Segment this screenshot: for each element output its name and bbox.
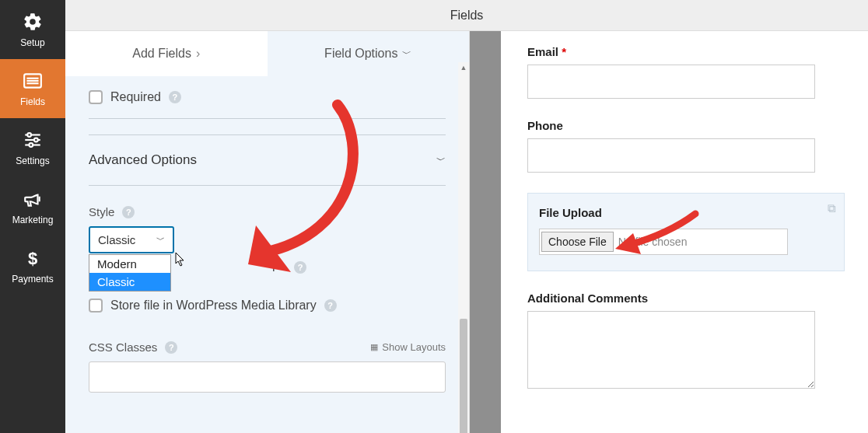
help-icon[interactable]: ? xyxy=(122,206,135,218)
additional-comments-label: Additional Comments xyxy=(527,292,845,305)
tab-label: Field Options xyxy=(324,47,397,61)
sidebar-item-settings[interactable]: Settings xyxy=(0,118,65,177)
chevron-down-icon: ﹀ xyxy=(436,154,446,167)
sidebar-item-marketing[interactable]: Marketing xyxy=(0,177,65,236)
gear-icon xyxy=(22,11,44,33)
tab-add-fields[interactable]: Add Fields › xyxy=(65,31,268,76)
show-layouts-label: Show Layouts xyxy=(382,341,446,353)
hidden-label-partial: l xyxy=(272,260,275,274)
dollar-icon: $ xyxy=(22,247,44,269)
duplicate-icon[interactable]: ⧉ xyxy=(828,201,836,215)
style-dropdown: Modern Classic xyxy=(89,254,171,292)
sidebar-item-label: Marketing xyxy=(12,215,54,225)
chevron-down-icon: ﹀ xyxy=(156,234,165,246)
sidebar-item-fields[interactable]: Fields xyxy=(0,59,65,118)
style-option-modern[interactable]: Modern xyxy=(89,255,170,273)
bullhorn-icon xyxy=(22,188,44,210)
help-icon[interactable]: ? xyxy=(324,299,337,312)
sidebar-item-label: Setup xyxy=(20,37,44,48)
page-title: Fields xyxy=(65,0,868,31)
style-option-classic[interactable]: Classic xyxy=(89,273,170,291)
email-label: Email * xyxy=(527,45,845,58)
form-preview: Email * Phone ⧉ File Upload Choose File … xyxy=(501,31,868,433)
store-file-checkbox[interactable] xyxy=(89,299,103,313)
style-label: Style xyxy=(89,205,114,218)
phone-label: Phone xyxy=(527,119,845,132)
chevron-right-icon: › xyxy=(196,47,200,61)
svg-text:$: $ xyxy=(28,249,37,268)
additional-comments-textarea[interactable] xyxy=(527,311,815,389)
required-asterisk: * xyxy=(558,45,566,58)
svg-point-7 xyxy=(34,138,38,142)
preview-divider xyxy=(470,31,501,433)
sidebar-item-label: Settings xyxy=(16,155,49,166)
svg-point-5 xyxy=(27,133,31,137)
tab-label: Add Fields xyxy=(132,47,191,61)
style-selected-value: Classic xyxy=(98,233,135,246)
sidebar-item-label: Payments xyxy=(12,274,53,285)
sidebar: Setup Fields Settings Marketing $ Paymen… xyxy=(0,0,65,433)
style-select[interactable]: Classic ﹀ xyxy=(89,226,174,253)
grid-icon: ▦ xyxy=(370,342,378,352)
required-row: Required ? xyxy=(89,76,446,119)
tab-field-options[interactable]: Field Options ﹀ xyxy=(268,31,470,76)
css-classes-input[interactable] xyxy=(89,361,446,393)
file-input[interactable]: Choose File No file chosen xyxy=(539,229,788,255)
chevron-down-icon: ﹀ xyxy=(402,47,411,61)
css-classes-label: CSS Classes xyxy=(89,340,157,354)
scroll-up-icon[interactable]: ▲ xyxy=(458,62,469,73)
file-upload-field[interactable]: ⧉ File Upload Choose File No file chosen xyxy=(527,193,845,271)
scrollbar[interactable]: ▲ xyxy=(458,62,469,433)
store-file-label: Store file in WordPress Media Library xyxy=(110,299,317,313)
help-icon[interactable]: ? xyxy=(294,261,306,274)
sliders-icon xyxy=(22,129,44,151)
show-layouts-button[interactable]: ▦ Show Layouts xyxy=(370,341,446,353)
svg-point-9 xyxy=(29,143,33,147)
required-label: Required xyxy=(110,90,161,104)
required-checkbox[interactable] xyxy=(89,90,103,104)
email-input[interactable] xyxy=(527,65,815,99)
scrollbar-thumb[interactable] xyxy=(460,319,467,433)
advanced-options-header[interactable]: Advanced Options ﹀ xyxy=(89,134,446,186)
advanced-options-label: Advanced Options xyxy=(89,152,197,168)
help-icon[interactable]: ? xyxy=(165,341,177,354)
sidebar-item-label: Fields xyxy=(20,96,45,107)
sidebar-item-setup[interactable]: Setup xyxy=(0,0,65,59)
cursor-icon xyxy=(174,251,188,272)
sidebar-item-payments[interactable]: $ Payments xyxy=(0,236,65,295)
file-upload-label: File Upload xyxy=(539,206,833,219)
no-file-text: No file chosen xyxy=(618,236,688,248)
field-options-panel: Add Fields › Field Options ﹀ Required ? xyxy=(65,31,470,433)
help-icon[interactable]: ? xyxy=(169,91,181,103)
choose-file-button[interactable]: Choose File xyxy=(541,232,614,252)
list-icon xyxy=(22,70,44,92)
phone-input[interactable] xyxy=(527,138,815,173)
